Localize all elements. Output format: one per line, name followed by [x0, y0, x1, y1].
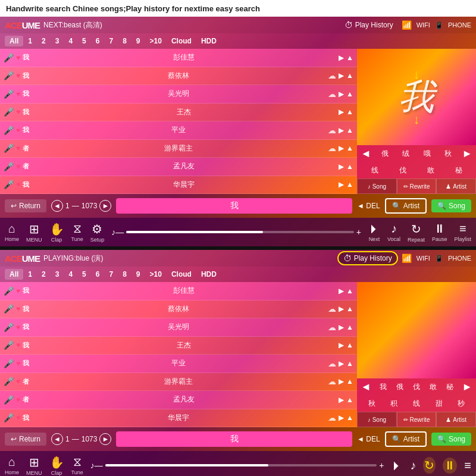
- search-song-button-2[interactable]: 🔍 Song: [431, 433, 471, 446]
- action-artist-2[interactable]: ♟ Artist: [436, 412, 476, 427]
- play-btn[interactable]: ▶: [339, 396, 344, 404]
- ctrl-vocal-1[interactable]: ♪ Vocal: [387, 222, 400, 242]
- char-item[interactable]: 我: [378, 381, 389, 393]
- ctrl-next-1[interactable]: ⏵ Next: [368, 222, 380, 242]
- tab-hdd-2[interactable]: HDD: [196, 269, 221, 280]
- char-item[interactable]: 哦: [422, 148, 433, 160]
- char-item[interactable]: 俄: [394, 381, 405, 393]
- up-btn[interactable]: ▲: [346, 305, 353, 313]
- song-row-1-6[interactable]: 🎤 ♥ 者 孟凡友 ▶ ▲: [0, 158, 357, 176]
- handwrite-area-1[interactable]: 我 ↓ ↓: [357, 49, 476, 145]
- up-btn[interactable]: ▲: [346, 396, 353, 404]
- char-item[interactable]: 伐: [411, 381, 422, 393]
- up-btn[interactable]: ▲: [346, 71, 353, 80]
- play-btn[interactable]: ▶: [339, 414, 344, 422]
- song-row-2-2[interactable]: 🎤 ♥ 我 吴光明 ☁ ▶ ▲: [0, 318, 357, 337]
- tab-8-1[interactable]: 8: [118, 36, 131, 46]
- play-history-btn-2[interactable]: ⏱ Play History: [337, 251, 398, 265]
- tab-3-2[interactable]: 3: [51, 269, 64, 280]
- up-btn[interactable]: ▲: [346, 287, 353, 295]
- ctrl-playlist-1[interactable]: ≡ Playlist: [454, 222, 471, 242]
- tab-1-1[interactable]: 1: [23, 36, 37, 46]
- tab-2-1[interactable]: 2: [37, 36, 51, 46]
- char-next-1[interactable]: ►: [458, 148, 476, 160]
- song-row-1-5[interactable]: 🎤 ♥ 者 游界霸主 ☁ ▶ ▲: [0, 140, 357, 158]
- ctrl-clap-1[interactable]: ✋ Clap: [49, 222, 64, 243]
- char-item[interactable]: 秘: [453, 164, 464, 177]
- play-btn[interactable]: ▶: [339, 377, 344, 386]
- char-item[interactable]: 积: [389, 397, 399, 410]
- play-btn[interactable]: ▶: [339, 71, 344, 80]
- tab-8-2[interactable]: 8: [118, 269, 131, 280]
- play-btn[interactable]: ▶: [339, 180, 344, 189]
- tab-cloud-1[interactable]: Cloud: [167, 36, 196, 46]
- tab-9-1[interactable]: 9: [131, 36, 145, 46]
- ctrl-next-2[interactable]: ⏵: [391, 459, 403, 472]
- char-item[interactable]: 秋: [443, 148, 453, 160]
- song-row-1-4[interactable]: 🎤 ♥ 我 平业 ☁ ▶ ▲: [0, 121, 357, 140]
- char-item[interactable]: 敢: [428, 381, 439, 393]
- page-next-btn-2[interactable]: ►: [99, 433, 111, 445]
- tab-7-2[interactable]: 7: [104, 269, 118, 280]
- ctrl-menu-1[interactable]: ⊞ MENU: [26, 222, 42, 243]
- search-input-1[interactable]: 我: [116, 198, 352, 214]
- tab-2-2[interactable]: 2: [37, 269, 51, 280]
- tab-6-2[interactable]: 6: [91, 269, 105, 280]
- tab-1-2[interactable]: 1: [23, 269, 37, 280]
- tab-all-2[interactable]: All: [5, 269, 23, 280]
- play-btn[interactable]: ▶: [339, 108, 344, 116]
- action-rewrite-1[interactable]: ✏ Rewrite: [397, 178, 437, 194]
- return-button-1[interactable]: ↩ Return: [5, 199, 46, 212]
- up-btn[interactable]: ▲: [346, 377, 353, 386]
- page-prev-btn-1[interactable]: ◄: [51, 200, 63, 212]
- char-item[interactable]: 秘: [444, 381, 455, 393]
- play-btn[interactable]: ▶: [339, 359, 344, 368]
- ctrl-clap-2[interactable]: ✋ Clap: [49, 455, 64, 476]
- ctrl-menu-2[interactable]: ⊞ MENU: [26, 455, 42, 476]
- up-btn[interactable]: ▲: [346, 359, 353, 368]
- play-btn[interactable]: ▶: [339, 341, 344, 349]
- handwrite-area-2[interactable]: [357, 282, 476, 378]
- song-row-2-5[interactable]: 🎤 ♥ 者 游界霸主 ☁ ▶ ▲: [0, 373, 357, 392]
- ctrl-vocal-2[interactable]: ♪: [410, 459, 416, 472]
- up-btn[interactable]: ▲: [346, 126, 353, 134]
- play-btn[interactable]: ▶: [339, 323, 344, 331]
- play-btn[interactable]: ▶: [339, 90, 344, 98]
- up-btn[interactable]: ▲: [346, 108, 353, 116]
- up-btn[interactable]: ▲: [346, 144, 353, 152]
- song-row-1-0[interactable]: 🎤 ♥ 我 彭佳慧 ▶ ▲: [0, 49, 357, 67]
- char-item[interactable]: 伐: [397, 164, 408, 177]
- tab-5-1[interactable]: 5: [77, 36, 91, 46]
- song-row-2-1[interactable]: 🎤 ♥ 我 蔡依林 ☁ ▶ ▲: [0, 300, 357, 319]
- song-row-2-4[interactable]: 🎤 ♥ 我 平业 ☁ ▶ ▲: [0, 355, 357, 373]
- search-artist-button-2[interactable]: 🔍 Artist: [385, 431, 427, 447]
- song-row-1-1[interactable]: 🎤 ♥ 我 蔡依林 ☁ ▶ ▲: [0, 67, 357, 86]
- song-row-2-0[interactable]: 🎤 ♥ 我 彭佳慧 ▶ ▲: [0, 282, 357, 300]
- char-prev-1[interactable]: ◄: [357, 148, 375, 160]
- play-btn[interactable]: ▶: [339, 287, 344, 295]
- page-next-btn-1[interactable]: ►: [99, 200, 111, 212]
- ctrl-pause-1[interactable]: ⏸ Pause: [432, 222, 447, 242]
- ctrl-home-1[interactable]: ⌂ Home: [5, 222, 19, 242]
- song-row-1-3[interactable]: 🎤 ♥ 我 王杰 ▶ ▲: [0, 104, 357, 122]
- tab-cloud-2[interactable]: Cloud: [167, 269, 196, 280]
- ctrl-pause-2[interactable]: ⏸: [443, 458, 457, 474]
- del-button-2[interactable]: ◄ DEL: [357, 435, 380, 443]
- char-item[interactable]: 敢: [425, 164, 436, 177]
- song-row-1-2[interactable]: 🎤 ♥ 我 吴光明 ☁ ▶ ▲: [0, 85, 357, 104]
- vol-track-1[interactable]: [126, 231, 353, 233]
- song-row-2-6[interactable]: 🎤 ♥ 者 孟凡友 ▶ ▲: [0, 391, 357, 409]
- del-button-1[interactable]: ◄ DEL: [357, 202, 380, 210]
- tab-9-2[interactable]: 9: [131, 269, 145, 280]
- play-btn[interactable]: ▶: [339, 144, 344, 152]
- ctrl-repeat-1[interactable]: ↻ Repeat: [408, 222, 425, 243]
- play-btn[interactable]: ▶: [339, 162, 344, 171]
- tab-3-1[interactable]: 3: [51, 36, 64, 46]
- char-item[interactable]: 绒: [400, 148, 411, 160]
- up-btn[interactable]: ▲: [346, 323, 353, 331]
- search-song-button-1[interactable]: 🔍 Song: [431, 199, 471, 212]
- char-item[interactable]: 秒: [456, 397, 466, 410]
- up-btn[interactable]: ▲: [346, 162, 353, 171]
- tab-7-1[interactable]: 7: [104, 36, 118, 46]
- up-btn[interactable]: ▲: [346, 54, 353, 62]
